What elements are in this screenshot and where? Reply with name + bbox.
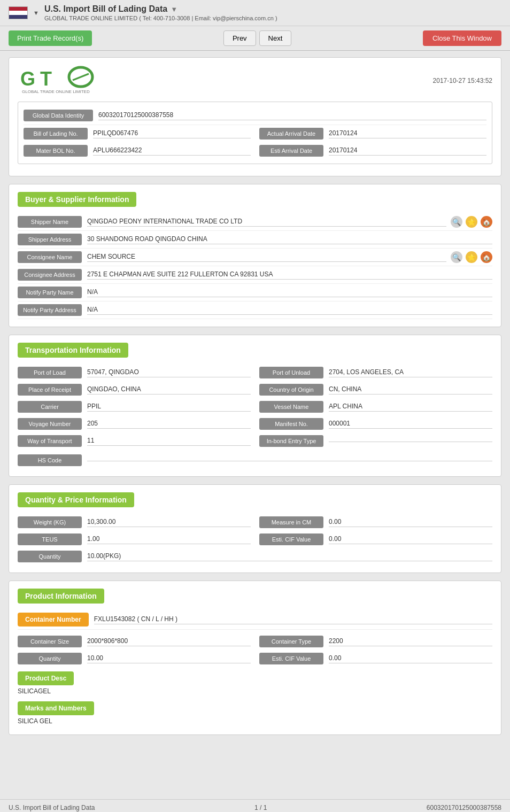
footer-right: 600320170125000387558 <box>427 804 501 811</box>
measure-in-cm-value: 0.00 <box>329 518 492 527</box>
product-quantity-value: 10.00 <box>87 654 251 663</box>
mater-bol-label: Mater BOL No. <box>24 145 88 157</box>
teus-row: TEUS 1.00 <box>18 531 251 548</box>
prev-button[interactable]: Prev <box>223 30 256 46</box>
esti-arrival-label: Esti Arrival Date <box>259 145 323 157</box>
transportation-header: Transportation Information <box>18 343 128 358</box>
close-button[interactable]: Close This Window <box>423 30 501 46</box>
country-of-origin-label: Country of Origin <box>259 384 323 396</box>
container-type-value: 2200 <box>329 637 492 646</box>
title-dropdown-icon[interactable]: ▼ <box>171 5 177 13</box>
buyer-supplier-card: Buyer & Supplier Information Shipper Nam… <box>9 184 501 327</box>
country-of-origin-value: CN, CHINA <box>329 385 492 395</box>
transportation-card: Transportation Information Port of Load … <box>9 335 501 477</box>
product-desc-section: Product Desc SILICAGEL <box>18 671 492 697</box>
shipper-address-value: 30 SHANDONG ROAD QINGDAO CHINA <box>87 235 492 244</box>
product-desc-button[interactable]: Product Desc <box>18 671 74 685</box>
next-button[interactable]: Next <box>259 30 292 46</box>
carrier-value: PPIL <box>87 403 251 412</box>
nav-buttons: Prev Next <box>223 30 291 46</box>
vessel-name-row: Vessel Name APL CHINA <box>259 398 492 415</box>
quantity-price-card: Quantity & Price Information Weight (KG)… <box>9 484 501 573</box>
product-esti-cif-label: Esti. CIF Value <box>259 653 323 664</box>
top-bar: ▼ U.S. Import Bill of Lading Data ▼ GLOB… <box>0 0 510 26</box>
container-size-value: 2000*806*800 <box>87 637 251 646</box>
weight-kg-row: Weight (KG) 10,300.00 <box>18 514 251 531</box>
voyage-number-row: Voyage Number 205 <box>18 415 251 432</box>
datetime: 2017-10-27 15:43:52 <box>433 77 492 84</box>
footer: U.S. Import Bill of Lading Data 1 / 1 60… <box>0 799 510 812</box>
notify-party-name-label: Notify Party Name <box>18 287 82 298</box>
print-button[interactable]: Print Trade Record(s) <box>9 30 92 46</box>
way-of-transport-label: Way of Transport <box>18 435 82 447</box>
esti-arrival-value: 20170124 <box>329 146 486 156</box>
container-type-row: Container Type 2200 <box>259 633 492 650</box>
mater-bol-row: Mater BOL No. APLU666223422 <box>24 142 251 159</box>
product-info-card: Product Information Container Number FXL… <box>9 581 501 735</box>
consignee-name-row: Consignee Name CHEM SOURCE 🔍 ⭐ 🏠 <box>18 249 492 266</box>
container-number-label[interactable]: Container Number <box>18 613 89 627</box>
hs-code-row: HS Code <box>18 452 492 469</box>
container-type-label: Container Type <box>259 636 323 647</box>
consignee-search-icon[interactable]: 🔍 <box>451 251 462 263</box>
bill-of-lading-row: Bill of Lading No. PPILQD067476 <box>24 125 251 142</box>
footer-left: U.S. Import Bill of Lading Data <box>9 804 95 811</box>
actual-arrival-row: Actual Arrival Date 20170124 <box>259 125 486 142</box>
vessel-name-value: APL CHINA <box>329 403 492 412</box>
manifest-no-value: 000001 <box>329 420 492 429</box>
global-data-identity-value: 600320170125000387558 <box>98 111 486 120</box>
shipper-name-row: Shipper Name QINGDAO PEONY INTERNATIONAL… <box>18 213 492 231</box>
product-esti-cif-value: 0.00 <box>329 654 492 663</box>
notify-party-name-row: Notify Party Name N/A <box>18 284 492 301</box>
shipper-search-icon[interactable]: 🔍 <box>451 216 462 228</box>
consignee-home-icon[interactable]: 🏠 <box>481 251 492 263</box>
product-desc-value: SILICAGEL <box>18 685 492 697</box>
quantity-price-header: Quantity & Price Information <box>18 492 134 507</box>
way-of-transport-value: 11 <box>87 437 251 446</box>
product-quantity-row: Quantity 10.00 <box>18 650 251 667</box>
shipper-name-label: Shipper Name <box>18 216 82 228</box>
notify-party-name-value: N/A <box>87 288 492 297</box>
inbond-entry-type-label: In-bond Entry Type <box>259 435 323 447</box>
port-of-load-label: Port of Load <box>18 367 82 378</box>
hs-code-value <box>87 460 492 461</box>
notify-party-address-value: N/A <box>87 306 492 315</box>
shipper-home-icon[interactable]: 🏠 <box>481 216 492 228</box>
bill-of-lading-label: Bill of Lading No. <box>24 128 88 140</box>
weight-kg-value: 10,300.00 <box>87 518 251 527</box>
shipper-address-label: Shipper Address <box>18 234 82 245</box>
manifest-no-row: Manifest No. 000001 <box>259 415 492 432</box>
consignee-address-label: Consignee Address <box>18 269 82 281</box>
carrier-label: Carrier <box>18 401 82 413</box>
consignee-name-value: CHEM SOURCE <box>87 253 446 262</box>
weight-kg-label: Weight (KG) <box>18 516 82 528</box>
voyage-number-value: 205 <box>87 420 251 429</box>
svg-line-3 <box>73 74 89 80</box>
port-of-unload-row: Port of Unload 2704, LOS ANGELES, CA <box>259 364 492 381</box>
quantity-value: 10.00(PKG) <box>87 552 492 561</box>
actual-arrival-value: 20170124 <box>329 129 486 138</box>
place-of-receipt-row: Place of Receipt QINGDAO, CHINA <box>18 381 251 398</box>
place-of-receipt-label: Place of Receipt <box>18 384 82 396</box>
logo-area: G T GLOBAL TRADE ONLINE LIMITED <box>18 65 103 96</box>
shipper-icons: 🔍 ⭐ 🏠 <box>451 216 492 228</box>
consignee-star-icon[interactable]: ⭐ <box>466 251 477 263</box>
port-of-load-value: 57047, QINGDAO <box>87 368 251 377</box>
port-of-unload-label: Port of Unload <box>259 367 323 378</box>
teus-value: 1.00 <box>87 535 251 544</box>
marks-numbers-section: Marks and Numbers SILICA GEL <box>18 701 492 727</box>
logo-card: G T GLOBAL TRADE ONLINE LIMITED 2017-10-… <box>9 57 501 176</box>
svg-text:GLOBAL TRADE ONLINE LIMITED: GLOBAL TRADE ONLINE LIMITED <box>22 89 90 94</box>
shipper-star-icon[interactable]: ⭐ <box>466 216 477 228</box>
notify-party-address-row: Notify Party Address N/A <box>18 301 492 319</box>
marks-numbers-button[interactable]: Marks and Numbers <box>18 701 94 715</box>
esti-cif-row: Esti. CIF Value 0.00 <box>259 531 492 548</box>
inbond-entry-type-row: In-bond Entry Type <box>259 432 492 450</box>
svg-text:T: T <box>40 68 52 90</box>
measure-in-cm-label: Measure in CM <box>259 516 323 528</box>
container-number-row: Container Number FXLU1543082 ( CN / L / … <box>18 610 492 630</box>
product-info-header: Product Information <box>18 589 104 604</box>
flag-dropdown-arrow[interactable]: ▼ <box>33 10 39 16</box>
svg-text:G: G <box>20 68 35 90</box>
page-title: U.S. Import Bill of Lading Data <box>44 4 167 14</box>
